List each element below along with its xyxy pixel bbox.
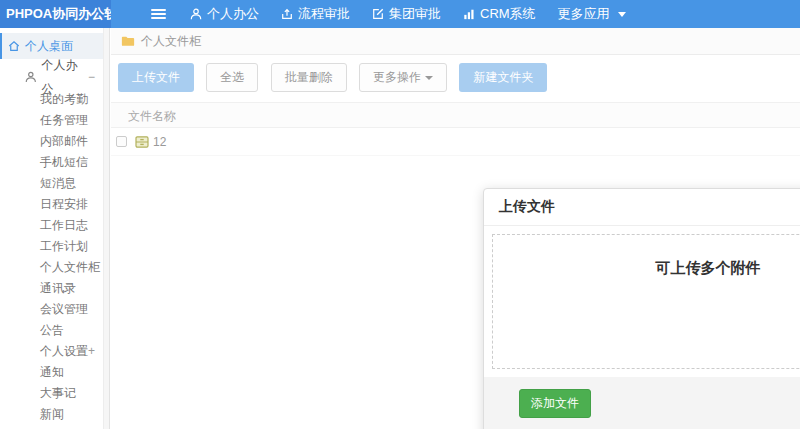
batch-delete-button[interactable]: 批量删除 [271,63,347,92]
breadcrumb-label: 个人文件柜 [141,33,201,50]
nav-personal-office[interactable]: 个人办公 [190,5,259,23]
menu-toggle-icon[interactable] [151,7,166,21]
sidebar-item-label: 大事记 [40,383,76,404]
sidebar-item-label: 手机短信 [40,152,88,173]
sidebar-item-label: 内部邮件 [40,131,88,152]
sidebar-item-contacts[interactable]: 通讯录 [0,278,109,299]
upload-dialog-body: 可上传多个附件 [484,226,800,377]
collapse-minus-icon[interactable]: − [88,65,95,89]
more-actions-button[interactable]: 更多操作 [359,63,447,92]
new-folder-button[interactable]: 新建文件夹 [459,63,547,92]
upload-dialog-title: 上传文件 [499,198,555,214]
crm-chart-icon [463,8,475,20]
sidebar-item-e-journal[interactable]: 电子期刊 [0,425,109,429]
user-icon [190,8,202,20]
sidebar-item-label: 任务管理 [40,110,88,131]
sidebar-item-label: 工作日志 [40,215,88,236]
add-file-button[interactable]: 添加文件 [519,389,591,418]
nav-group-approval[interactable]: 集团审批 [372,5,441,23]
file-dropzone[interactable]: 可上传多个附件 [492,234,800,369]
sidebar-item-short-message[interactable]: 短消息 [0,173,109,194]
caret-down-icon [618,12,626,17]
sidebar-item-label: 个人文件柜 [40,257,100,278]
select-all-button[interactable]: 全选 [206,63,258,92]
sidebar-scrollbar[interactable] [103,28,109,429]
sidebar-item-mobile-sms[interactable]: 手机短信 [0,152,109,173]
nav-crm-system[interactable]: CRM系统 [463,5,536,23]
nav-item-label: 更多应用 [558,5,610,23]
row-checkbox[interactable] [116,136,127,147]
sidebar-item-schedule[interactable]: 日程安排 [0,194,109,215]
sidebar-item-label: 日程安排 [40,194,88,215]
sidebar-item-work-plan[interactable]: 工作计划 [0,236,109,257]
cabinet-icon [135,136,149,148]
upload-dialog: 上传文件 可上传多个附件 添加文件 [483,188,800,429]
nav-more-apps[interactable]: 更多应用 [558,5,626,23]
caret-down-icon [425,76,433,80]
process-approval-icon [281,8,293,20]
sidebar-item-internal-mail[interactable]: 内部邮件 [0,131,109,152]
nav-item-label: 流程审批 [298,5,350,23]
sidebar-item-milestones[interactable]: 大事记 [0,383,109,404]
sidebar-item-label: 公告 [40,320,64,341]
sidebar-item-news[interactable]: 新闻 [0,404,109,425]
expand-plus-icon[interactable]: + [88,341,95,362]
nav-item-label: CRM系统 [480,5,536,23]
top-navbar: PHPOA协同办公软件 个人办公 流程审批 集团审批 CRM系统 更多应用 [0,0,800,28]
dropzone-hint: 可上传多个附件 [656,259,761,276]
sidebar-item-file-cabinet[interactable]: 个人文件柜 [0,257,109,278]
more-actions-label: 更多操作 [373,70,421,84]
user-icon [25,71,37,83]
file-name: 12 [153,135,166,149]
nav-item-label: 集团审批 [389,5,441,23]
sidebar-item-label: 会议管理 [40,299,88,320]
sidebar-item-task-management[interactable]: 任务管理 [0,110,109,131]
upload-dialog-footer: 添加文件 [484,377,800,429]
sidebar-item-label: 通知 [40,362,64,383]
sidebar-item-personal-settings[interactable]: 个人设置 + [0,341,109,362]
sidebar-item-work-log[interactable]: 工作日志 [0,215,109,236]
nav-process-approval[interactable]: 流程审批 [281,5,350,23]
file-table-header: 文件名称 [111,102,800,128]
sidebar-item-label: 通讯录 [40,278,76,299]
upload-file-button[interactable]: 上传文件 [118,63,194,92]
sidebar-item-label: 我的考勤 [40,89,88,110]
sidebar-item-notifications[interactable]: 通知 [0,362,109,383]
sidebar-item-label: 新闻 [40,404,64,425]
nav-menu: 个人办公 流程审批 集团审批 CRM系统 更多应用 [190,5,648,23]
sidebar-item-announcement[interactable]: 公告 [0,320,109,341]
sidebar-item-label: 工作计划 [40,236,88,257]
home-icon [8,40,20,52]
nav-item-label: 个人办公 [207,5,259,23]
folder-icon [121,35,135,47]
app-logo: PHPOA协同办公软件 [0,0,111,28]
table-row[interactable]: 12 [111,128,800,156]
sidebar-item-label: 电子期刊 [40,425,88,429]
sidebar-group-personal-office[interactable]: 个人办公 − [0,65,109,89]
sidebar-item-meeting-management[interactable]: 会议管理 [0,299,109,320]
sidebar-item-label: 短消息 [40,173,76,194]
toolbar: 上传文件 全选 批量删除 更多操作 新建文件夹 [111,55,800,100]
breadcrumb: 个人文件柜 [111,28,800,55]
group-approval-icon [372,8,384,20]
sidebar-item-label: 个人设置 [40,341,88,362]
sidebar-item-attendance[interactable]: 我的考勤 [0,89,109,110]
sidebar: 个人桌面 个人办公 − 我的考勤 任务管理 内部邮件 手机短信 短消息 日程安排… [0,28,110,429]
upload-dialog-header: 上传文件 [484,189,800,226]
